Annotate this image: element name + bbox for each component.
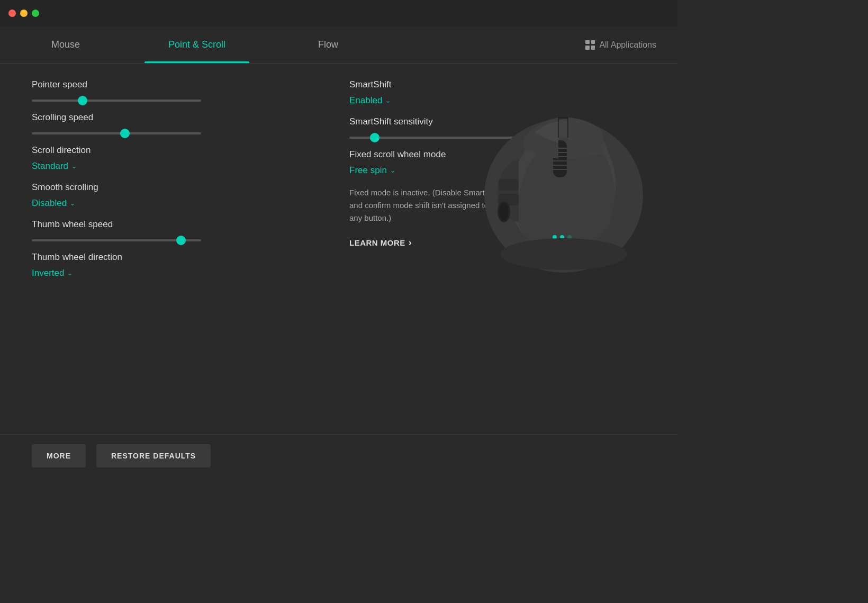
tab-point-scroll-label: Point & Scroll [168,39,225,50]
svg-rect-8 [499,179,519,191]
left-column: Pointer speed Scrolling speed Scroll dir… [32,79,328,418]
thumb-wheel-speed-slider[interactable] [32,239,201,241]
grid-icon [585,40,595,50]
right-column: SmartShift Enabled ⌄ SmartShift sensitiv… [349,79,646,418]
scrolling-speed-slider[interactable] [32,132,201,134]
smooth-scrolling-label: Smooth scrolling [32,182,328,193]
smartshift-chevron-icon: ⌄ [385,97,391,104]
scroll-direction-chevron-icon: ⌄ [71,163,77,170]
pointer-speed-thumb[interactable] [78,96,87,105]
tab-flow[interactable]: Flow [263,26,394,63]
tab-mouse[interactable]: Mouse [0,26,131,63]
learn-more-label: LEARN MORE [349,238,405,247]
smartshift-value: Enabled [349,95,382,106]
thumb-wheel-direction-setting: Thumb wheel direction Inverted ⌄ [32,252,328,278]
minimize-button[interactable] [20,10,28,17]
smooth-scrolling-dropdown[interactable]: Disabled ⌄ [32,198,328,209]
all-applications-tab[interactable]: All Applications [394,40,677,50]
maximize-button[interactable] [32,10,39,17]
restore-defaults-button[interactable]: RESTORE DEFAULTS [96,444,211,467]
more-button[interactable]: MORE [32,444,86,467]
thumb-wheel-direction-value: Inverted [32,268,64,278]
bottom-buttons: MORE RESTORE DEFAULTS [0,434,677,476]
scroll-direction-dropdown[interactable]: Standard ⌄ [32,161,328,172]
traffic-lights [8,10,39,17]
tab-point-scroll[interactable]: Point & Scroll [131,26,263,63]
mouse-image [460,90,662,281]
learn-more-chevron-icon: › [409,237,412,248]
close-button[interactable] [8,10,16,17]
scroll-direction-setting: Scroll direction Standard ⌄ [32,145,328,172]
thumb-wheel-direction-dropdown[interactable]: Inverted ⌄ [32,268,328,278]
smartshift-sensitivity-thumb[interactable] [370,133,379,142]
smooth-scrolling-setting: Smooth scrolling Disabled ⌄ [32,182,328,209]
tab-flow-label: Flow [318,39,338,50]
scrolling-speed-thumb[interactable] [120,129,130,138]
tabbar: Mouse Point & Scroll Flow All Applicatio… [0,26,677,64]
thumb-wheel-speed-setting: Thumb wheel speed [32,219,328,241]
svg-point-11 [499,203,509,221]
scrolling-speed-setting: Scrolling speed [32,112,328,134]
fixed-scroll-wheel-value: Free spin [349,165,387,176]
thumb-wheel-direction-label: Thumb wheel direction [32,252,328,263]
pointer-speed-slider[interactable] [32,100,201,102]
tab-mouse-label: Mouse [51,39,80,50]
scrolling-speed-label: Scrolling speed [32,112,328,123]
scroll-direction-value: Standard [32,161,68,172]
thumb-wheel-direction-chevron-icon: ⌄ [67,269,73,277]
scroll-direction-label: Scroll direction [32,145,328,156]
all-apps-label: All Applications [599,40,656,50]
thumb-wheel-speed-label: Thumb wheel speed [32,219,328,230]
smooth-scrolling-chevron-icon: ⌄ [70,200,75,207]
main-content: Pointer speed Scrolling speed Scroll dir… [0,64,677,434]
smooth-scrolling-value: Disabled [32,198,67,209]
pointer-speed-setting: Pointer speed [32,79,328,102]
fixed-scroll-wheel-chevron-icon: ⌄ [390,167,395,174]
smartshift-label: SmartShift [349,79,646,90]
thumb-wheel-speed-thumb[interactable] [176,236,186,245]
titlebar [0,0,677,26]
pointer-speed-label: Pointer speed [32,79,328,90]
svg-point-15 [500,238,627,270]
